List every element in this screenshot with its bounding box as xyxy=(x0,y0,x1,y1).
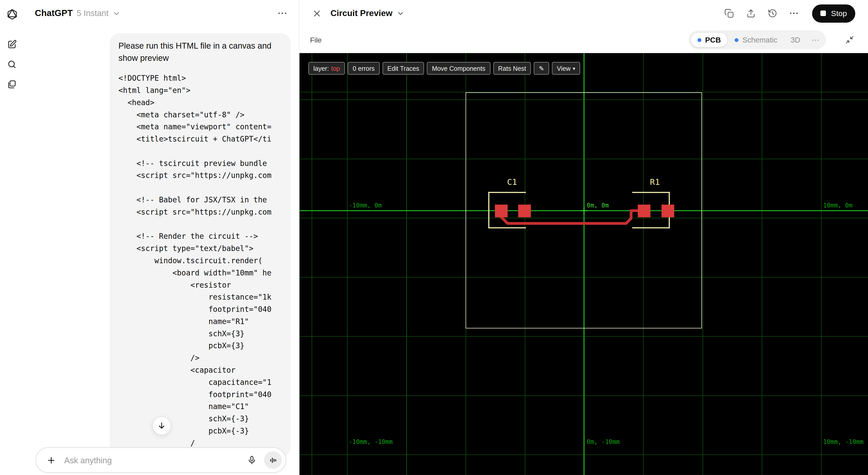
chatgpt-app: ChatGPT 5 Instant Please run this HTML f… xyxy=(0,0,868,475)
tab-pcb-label: PCB xyxy=(705,36,721,44)
chat-input[interactable] xyxy=(63,455,240,465)
app-layout: ChatGPT 5 Instant Please run this HTML f… xyxy=(0,0,868,475)
tab-schematic[interactable]: Schematic xyxy=(728,32,784,47)
tab-3d[interactable]: 3D xyxy=(784,32,807,47)
r1-pad-2[interactable] xyxy=(661,204,674,217)
preview-header: Circuit Preview xyxy=(300,0,868,27)
close-preview-button[interactable] xyxy=(308,5,325,22)
stop-label: Stop xyxy=(831,9,847,18)
copy-icon xyxy=(724,8,735,18)
tab-schematic-label: Schematic xyxy=(742,36,777,44)
c1-pad-1[interactable] xyxy=(495,204,507,217)
history-icon xyxy=(767,8,778,18)
microphone-button[interactable] xyxy=(244,450,260,469)
edit-traces-button[interactable]: Edit Traces xyxy=(382,62,424,75)
composer xyxy=(35,447,286,473)
user-message-bubble: Please run this HTML file in a canvas an… xyxy=(110,33,290,457)
sidebar-rail xyxy=(0,0,24,475)
pcb-toolbar: layer: top 0 errors Edit Traces Move Com… xyxy=(308,62,580,75)
errors-button[interactable]: 0 errors xyxy=(348,62,379,75)
stop-button[interactable]: Stop xyxy=(812,4,855,23)
pencil-icon: ✎ xyxy=(539,64,544,72)
move-components-label: Move Components xyxy=(432,65,486,71)
layer-label: layer: xyxy=(313,65,329,71)
ellipsis-icon xyxy=(277,8,288,19)
new-chat-icon xyxy=(7,39,17,49)
preview-header-actions: Stop xyxy=(722,4,855,23)
pcb-dot-icon xyxy=(697,38,701,42)
grid-label-bottom-right: 10mm, -10mm xyxy=(823,439,863,446)
grid-label-origin: 0m, 0m xyxy=(587,202,609,209)
plus-icon xyxy=(45,455,56,465)
origin-crosshair-icon xyxy=(581,207,587,214)
view-label: View xyxy=(557,65,570,71)
errors-label: 0 errors xyxy=(353,65,375,71)
scroll-to-bottom-button[interactable] xyxy=(152,416,171,435)
chevron-down-icon xyxy=(397,10,404,17)
view-mode-switcher: PCB Schematic 3D ⋯ xyxy=(689,30,826,49)
grid-label-bottom-center: 0m, -10mm xyxy=(587,439,620,446)
model-switcher[interactable]: ChatGPT 5 Instant xyxy=(35,8,120,18)
new-chat-button[interactable] xyxy=(4,36,20,52)
share-button[interactable] xyxy=(744,7,757,20)
search-chats-button[interactable] xyxy=(4,57,20,72)
view-more-button[interactable]: ⋯ xyxy=(807,32,824,47)
microphone-icon xyxy=(247,455,257,465)
r1-label: R1 xyxy=(650,177,660,187)
rats-nest-label: Rats Nest xyxy=(498,65,526,71)
message-list: Please run this HTML file in a canvas an… xyxy=(24,27,299,475)
library-icon xyxy=(7,79,17,89)
add-attachment-button[interactable] xyxy=(43,450,59,469)
voice-waveform-icon xyxy=(268,455,278,465)
c1-pad-2[interactable] xyxy=(518,204,531,217)
file-menu[interactable]: File xyxy=(310,36,321,44)
pencil-tool-button[interactable]: ✎ xyxy=(534,62,549,75)
openai-logo-button[interactable] xyxy=(4,7,20,22)
rats-nest-button[interactable]: Rats Nest xyxy=(493,62,531,75)
pcb-canvas[interactable]: C1 R1 -10mm, 0m 0m, 0m 10mm, 0m -10mm, -… xyxy=(300,53,868,475)
ellipsis-icon xyxy=(788,8,800,19)
grid-label-mid-left: -10mm, 0m xyxy=(349,202,381,209)
tab-3d-label: 3D xyxy=(790,36,800,44)
c1-label: C1 xyxy=(507,177,517,187)
tab-pcb[interactable]: PCB xyxy=(690,32,728,47)
collapse-fullscreen-button[interactable] xyxy=(842,33,857,47)
user-message-text: Please run this HTML file in a canvas an… xyxy=(119,40,277,64)
preview-menubar: File PCB Schematic 3D ⋯ xyxy=(300,27,868,53)
more-options-button[interactable] xyxy=(787,7,801,20)
edit-traces-label: Edit Traces xyxy=(388,65,419,71)
arrow-down-icon xyxy=(157,421,167,431)
user-message-code: <!DOCTYPE html> <html lang="en"> <head> … xyxy=(119,72,286,449)
chat-options-button[interactable] xyxy=(275,6,290,21)
ellipsis-icon: ⋯ xyxy=(812,35,819,44)
copy-button[interactable] xyxy=(722,7,736,20)
caret-down-icon: ▾ xyxy=(573,65,576,71)
preview-title: Circuit Preview xyxy=(331,8,393,18)
search-icon xyxy=(7,59,17,69)
model-name: 5 Instant xyxy=(77,8,108,18)
view-dropdown-button[interactable]: View ▾ xyxy=(552,62,580,75)
chat-panel: ChatGPT 5 Instant Please run this HTML f… xyxy=(24,0,300,475)
app-title: ChatGPT xyxy=(35,8,73,18)
openai-logo-icon xyxy=(6,8,18,21)
share-upload-icon xyxy=(745,8,756,18)
voice-mode-button[interactable] xyxy=(264,451,282,469)
layer-value: top xyxy=(331,65,340,71)
close-icon xyxy=(312,9,321,18)
layer-button[interactable]: layer: top xyxy=(308,62,345,75)
chevron-down-icon xyxy=(113,10,120,17)
library-button[interactable] xyxy=(4,76,20,92)
pcb-trace-layer xyxy=(300,53,868,475)
move-components-button[interactable]: Move Components xyxy=(427,62,490,75)
stop-square-icon xyxy=(820,10,826,16)
canvas-preview-panel: Circuit Preview xyxy=(300,0,868,475)
r1-pad-1[interactable] xyxy=(638,204,650,217)
preview-title-dropdown[interactable]: Circuit Preview xyxy=(331,8,404,18)
chat-header: ChatGPT 5 Instant xyxy=(24,0,299,27)
schematic-dot-icon xyxy=(735,38,739,42)
history-button[interactable] xyxy=(766,7,779,20)
collapse-icon xyxy=(845,35,855,45)
grid-label-mid-right: 10mm, 0m xyxy=(823,202,852,209)
grid-label-bottom-left: -10mm, -10mm xyxy=(349,439,393,446)
